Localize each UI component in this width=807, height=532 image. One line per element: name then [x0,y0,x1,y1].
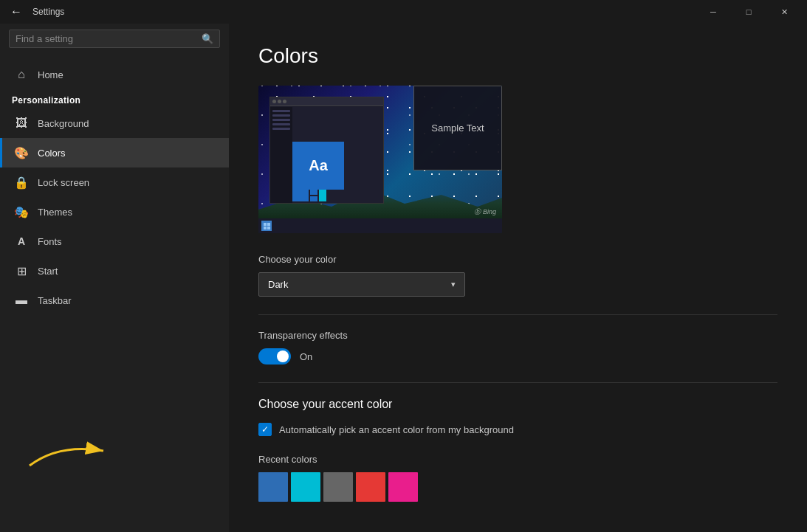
arrow-annotation [22,429,111,473]
preview-bing-logo: ⓑ Bing [474,207,496,217]
sidebar-item-lockscreen[interactable]: 🔒 Lock screen [0,167,229,197]
preview-tiles [292,190,326,201]
color-swatch-0[interactable] [258,472,288,502]
preview-aa-text: Aa [309,157,328,174]
sidebar-item-background[interactable]: 🖼 Background [0,108,229,138]
sidebar-item-background-label: Background [38,118,89,129]
title-bar-left: ← Settings [6,1,64,22]
color-swatch-4[interactable] [388,472,418,502]
color-preview: Aa Sample Text [258,86,502,233]
background-icon: 🖼 [14,116,29,131]
auto-accent-label: Automatically pick an accent color from … [279,424,514,435]
lockscreen-icon: 🔒 [14,175,29,190]
sidebar-item-start-label: Start [38,266,58,277]
sidebar-item-colors[interactable]: 🎨 Colors [0,138,229,167]
preview-window: Aa [269,97,384,204]
accent-color-section: Choose your accent color ✓ Automatically… [258,398,777,436]
choose-color-section: Choose your color Dark ▾ [258,254,777,297]
sidebar-item-themes[interactable]: 🎭 Themes [0,197,229,227]
preview-sample-text: Sample Text [431,122,484,134]
sidebar-item-taskbar[interactable]: ▬ Taskbar [0,286,229,315]
window-controls: ─ □ ✕ [696,0,801,24]
color-mode-value: Dark [268,279,288,290]
color-swatch-3[interactable] [356,472,385,502]
home-icon: ⌂ [14,67,29,82]
sidebar-item-start[interactable]: ⊞ Start [0,256,229,286]
transparency-section: Transparency effects On [258,330,777,365]
transparency-toggle-row: On [258,348,777,365]
recent-colors-label: Recent colors [258,454,777,465]
divider-2 [258,382,777,383]
search-icon[interactable]: 🔍 [202,33,213,44]
preview-sample-box: Sample Text [413,86,502,170]
divider-1 [258,314,777,315]
sidebar-item-fonts[interactable]: A Fonts [0,227,229,256]
preview-aa-box: Aa [292,142,344,190]
fonts-icon: A [14,234,29,249]
start-icon: ⊞ [14,263,29,278]
sidebar-item-home-label: Home [38,69,63,80]
auto-accent-checkbox[interactable]: ✓ [258,423,272,436]
color-swatches [258,472,777,502]
colors-icon: 🎨 [14,145,29,160]
color-swatch-1[interactable] [291,472,320,502]
main-content: Colors A [229,24,807,532]
accent-color-heading: Choose your accent color [258,398,777,411]
choose-color-label: Choose your color [258,254,777,265]
sidebar-item-taskbar-label: Taskbar [38,295,72,306]
back-button[interactable]: ← [6,1,27,22]
sidebar-item-fonts-label: Fonts [38,236,62,247]
preview-start-btn [261,221,272,231]
maximize-button[interactable]: □ [732,0,766,24]
sidebar-item-lockscreen-label: Lock screen [38,177,89,188]
preview-sidebar [270,107,292,203]
app-container: 🔍 ⌂ Home Personalization 🖼 Background 🎨 … [0,24,807,532]
search-box[interactable]: 🔍 [9,30,220,48]
transparency-toggle-label: On [300,351,312,362]
dropdown-chevron-icon: ▾ [451,280,456,289]
search-input[interactable] [16,33,197,44]
sidebar-item-themes-label: Themes [38,207,72,218]
minimize-button[interactable]: ─ [696,0,730,24]
transparency-toggle[interactable] [258,348,291,365]
recent-colors-section: Recent colors [258,454,777,502]
taskbar-icon: ▬ [14,293,29,308]
checkbox-checkmark-icon: ✓ [261,424,269,435]
color-mode-dropdown[interactable]: Dark ▾ [258,272,465,297]
window-title: Settings [32,7,64,17]
sidebar-item-colors-label: Colors [38,148,66,159]
color-swatch-2[interactable] [323,472,353,502]
page-title: Colors [258,44,777,68]
auto-accent-row: ✓ Automatically pick an accent color fro… [258,423,777,436]
sidebar-section-title: Personalization [0,89,229,108]
themes-icon: 🎭 [14,204,29,219]
title-bar: ← Settings ─ □ ✕ [0,0,807,24]
sidebar: 🔍 ⌂ Home Personalization 🖼 Background 🎨 … [0,24,229,532]
back-icon: ← [10,5,22,18]
sidebar-item-home[interactable]: ⌂ Home [0,60,229,89]
toggle-knob [277,350,289,362]
preview-window-titlebar [270,97,383,106]
preview-taskbar [258,218,502,233]
close-button[interactable]: ✕ [767,0,801,24]
transparency-label: Transparency effects [258,330,777,341]
